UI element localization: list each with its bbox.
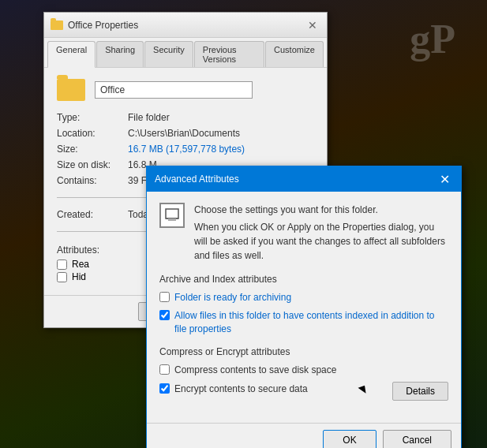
desc-line1: Choose the settings you want for this fo… — [194, 203, 448, 217]
type-value: File folder — [128, 112, 314, 123]
office-properties-close-button[interactable]: ✕ — [305, 17, 320, 33]
advanced-title: Advanced Attributes — [155, 174, 239, 185]
encrypt-checkbox-row: Encrypt contents to secure data — [159, 383, 384, 396]
advanced-dialog-buttons: OK Cancel — [147, 423, 461, 448]
advanced-attributes-dialog: Advanced Attributes ✕ Choose the setting… — [146, 166, 462, 448]
watermark: gP — [410, 16, 455, 62]
advanced-titlebar: Advanced Attributes ✕ — [147, 166, 461, 192]
compress-section-title: Compress or Encrypt attributes — [159, 346, 448, 357]
archiving-label: Folder is ready for archiving — [174, 291, 291, 304]
indexing-checkbox-row: Allow files in this folder to have conte… — [159, 309, 448, 336]
folder-name-row — [57, 79, 314, 101]
tab-sharing[interactable]: Sharing — [96, 41, 144, 67]
readonly-checkbox[interactable] — [57, 259, 67, 270]
size-on-disk-label: Size on disk: — [57, 159, 128, 170]
location-value: C:\Users\Brian\Documents — [128, 128, 314, 139]
indexing-checkbox[interactable] — [159, 310, 170, 320]
titlebar-left: Office Properties — [51, 20, 138, 31]
readonly-label: Rea — [72, 259, 89, 270]
archiving-checkbox[interactable] — [159, 292, 170, 302]
folder-icon-large — [57, 79, 85, 101]
folder-name-input[interactable] — [95, 81, 253, 99]
tab-previous-versions[interactable]: Previous Versions — [194, 41, 264, 67]
hidden-label: Hid — [72, 271, 86, 282]
advanced-close-button[interactable]: ✕ — [436, 170, 453, 188]
contains-label: Contains: — [57, 175, 128, 186]
advanced-header-row: Choose the settings you want for this fo… — [159, 203, 448, 263]
archiving-checkbox-row: Folder is ready for archiving — [159, 291, 448, 304]
cancel-button-advanced[interactable]: Cancel — [383, 430, 451, 448]
tabs-bar: General Sharing Security Previous Versio… — [44, 38, 327, 68]
compress-section: Compress or Encrypt attributes Compress … — [159, 346, 448, 401]
compress-label: Compress contents to save disk space — [174, 364, 336, 377]
archive-section-title: Archive and Index attributes — [159, 274, 448, 285]
svg-rect-0 — [166, 209, 178, 218]
details-button[interactable]: Details — [392, 382, 448, 401]
location-label: Location: — [57, 128, 128, 139]
created-label: Created: — [57, 209, 128, 220]
compress-checkbox[interactable] — [159, 364, 170, 375]
tab-security[interactable]: Security — [144, 41, 193, 67]
tab-general[interactable]: General — [47, 41, 96, 68]
ok-button-advanced[interactable]: OK — [323, 430, 376, 448]
advanced-description: Choose the settings you want for this fo… — [194, 203, 448, 263]
size-value: 16.7 MB (17,597,778 bytes) — [128, 144, 314, 155]
advanced-icon — [159, 203, 185, 228]
encrypt-checkbox[interactable] — [159, 383, 170, 394]
advanced-content: Choose the settings you want for this fo… — [147, 192, 461, 423]
compress-checkbox-row: Compress contents to save disk space — [159, 364, 448, 377]
hidden-checkbox[interactable] — [57, 272, 67, 282]
type-label: Type: — [57, 112, 128, 123]
archive-section: Archive and Index attributes Folder is r… — [159, 274, 448, 335]
encrypt-label: Encrypt contents to secure data — [174, 383, 308, 396]
desc-line2: When you click OK or Apply on the Proper… — [194, 220, 448, 263]
svg-rect-2 — [168, 218, 176, 221]
size-label: Size: — [57, 144, 128, 155]
tab-customize[interactable]: Customize — [265, 41, 324, 67]
window-title: Office Properties — [68, 20, 138, 31]
office-properties-titlebar: Office Properties ✕ — [44, 13, 327, 38]
encrypt-row: Encrypt contents to secure data Details — [159, 382, 448, 401]
folder-icon-titlebar — [51, 21, 63, 30]
indexing-label: Allow files in this folder to have conte… — [174, 309, 448, 336]
